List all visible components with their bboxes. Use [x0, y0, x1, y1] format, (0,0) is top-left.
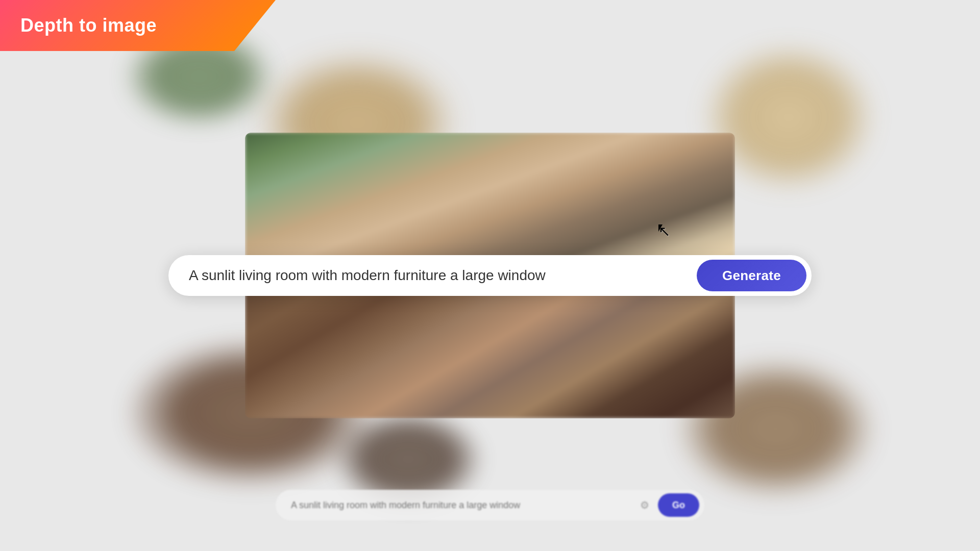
room-image-top: [245, 133, 735, 276]
generate-button[interactable]: Generate: [697, 260, 806, 291]
prompt-bar: Generate: [168, 255, 812, 296]
prompt-input[interactable]: [189, 267, 697, 284]
bottom-generate-button[interactable]: Go: [658, 493, 699, 517]
bottom-icon: ⚙: [635, 496, 654, 514]
bottom-bar: ⚙ Go: [276, 490, 704, 520]
page-title: Depth to image: [20, 15, 157, 36]
bottom-input[interactable]: [291, 500, 635, 511]
header-banner: Depth to image: [0, 0, 276, 51]
